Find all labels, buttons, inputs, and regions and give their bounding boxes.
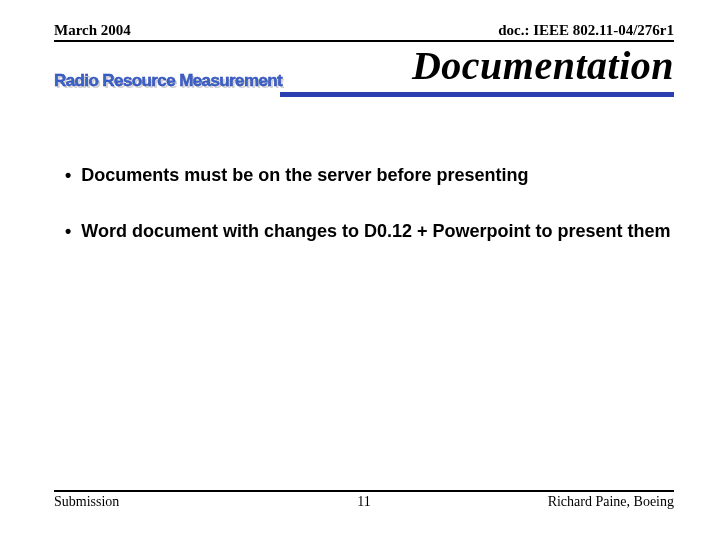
bullet-text: Documents must be on the server before p…: [81, 165, 528, 185]
bullet-item: • Word document with changes to D0.12 + …: [60, 221, 680, 243]
rrm-logo-text: Radio Resource Measurement: [54, 71, 283, 90]
rrm-logo: Radio Resource Measurement Radio Resourc…: [54, 62, 284, 100]
footer-page-number: 11: [54, 494, 674, 510]
header-date: March 2004: [54, 22, 131, 39]
footer: 11 Submission Richard Paine, Boeing: [54, 490, 674, 510]
footer-rule: [54, 490, 674, 492]
header-doc-id: doc.: IEEE 802.11-04/276r1: [498, 22, 674, 39]
slide-title: Documentation: [412, 42, 674, 89]
bullet-item: • Documents must be on the server before…: [60, 165, 680, 187]
body: • Documents must be on the server before…: [60, 165, 680, 276]
bullet-text: Word document with changes to D0.12 + Po…: [81, 221, 670, 241]
title-rule: [280, 92, 674, 97]
header: March 2004 doc.: IEEE 802.11-04/276r1: [54, 22, 674, 42]
